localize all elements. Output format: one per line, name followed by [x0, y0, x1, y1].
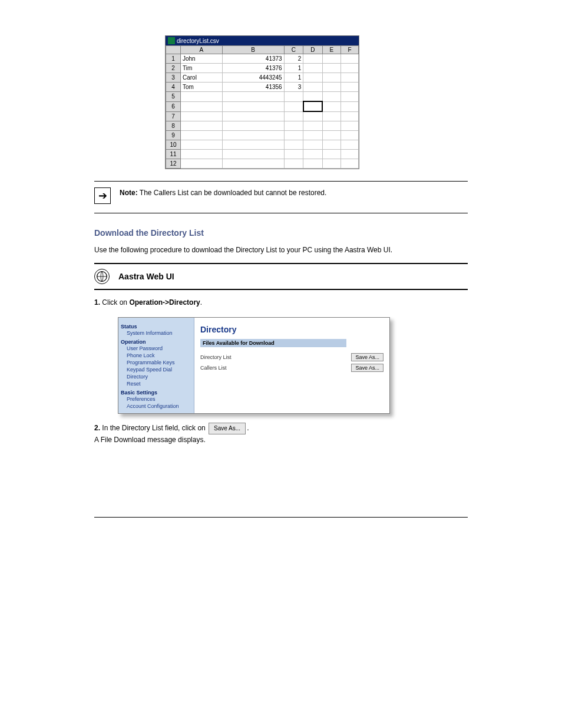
cell[interactable]	[340, 131, 358, 140]
cell[interactable]	[340, 150, 358, 159]
cell[interactable]	[284, 92, 303, 102]
cell[interactable]	[284, 111, 303, 121]
cell[interactable]	[181, 111, 223, 121]
row-number[interactable]: 10	[166, 140, 181, 150]
row-number[interactable]: 1	[166, 54, 181, 64]
cell[interactable]	[340, 159, 358, 169]
cell[interactable]	[340, 64, 358, 73]
cell[interactable]	[284, 159, 303, 169]
cell[interactable]	[322, 159, 340, 169]
cell[interactable]	[222, 131, 284, 140]
cell[interactable]	[181, 131, 223, 140]
cell[interactable]	[322, 83, 340, 92]
save-as-button[interactable]: Save As...	[351, 364, 384, 372]
col-header[interactable]: D	[303, 46, 323, 54]
sidebar-item-account[interactable]: Account Configuration	[121, 403, 191, 410]
sidebar-basic[interactable]: Basic Settings	[121, 390, 191, 396]
cell[interactable]	[340, 111, 358, 121]
cell[interactable]	[340, 140, 358, 150]
cell[interactable]	[303, 140, 323, 150]
cell[interactable]: 2	[284, 54, 303, 64]
cell[interactable]	[284, 131, 303, 140]
cell[interactable]	[284, 140, 303, 150]
cell[interactable]	[284, 150, 303, 159]
cell[interactable]	[303, 64, 323, 73]
col-header[interactable]: C	[284, 46, 303, 54]
cell[interactable]	[303, 111, 323, 121]
col-header[interactable]: E	[322, 46, 340, 54]
col-header[interactable]: B	[222, 46, 284, 54]
cell[interactable]: 1	[284, 73, 303, 83]
cell[interactable]	[322, 131, 340, 140]
cell[interactable]: 1	[284, 64, 303, 73]
sidebar-item-userpw[interactable]: User Password	[121, 345, 191, 352]
cell[interactable]: 41373	[222, 54, 284, 64]
cell[interactable]	[181, 121, 223, 131]
row-number[interactable]: 7	[166, 111, 181, 121]
cell[interactable]	[303, 131, 323, 140]
cell[interactable]	[322, 92, 340, 102]
row-number[interactable]: 5	[166, 92, 181, 102]
cell[interactable]	[181, 159, 223, 169]
sidebar-item-progkeys[interactable]: Programmable Keys	[121, 359, 191, 366]
cell[interactable]	[222, 92, 284, 102]
cell[interactable]	[303, 150, 323, 159]
cell[interactable]	[322, 73, 340, 83]
save-as-inline-button[interactable]: Save As...	[209, 423, 246, 434]
sidebar-item-reset[interactable]: Reset	[121, 380, 191, 387]
cell[interactable]	[303, 101, 323, 111]
cell[interactable]	[303, 73, 323, 83]
cell[interactable]	[340, 83, 358, 92]
sidebar-operation[interactable]: Operation	[121, 339, 191, 345]
cell[interactable]	[222, 140, 284, 150]
cell[interactable]	[322, 150, 340, 159]
cell[interactable]	[322, 54, 340, 64]
col-header[interactable]: A	[181, 46, 223, 54]
cell[interactable]	[181, 140, 223, 150]
sidebar-status[interactable]: Status	[121, 324, 191, 330]
cell[interactable]	[340, 73, 358, 83]
cell[interactable]	[284, 101, 303, 111]
cell[interactable]	[303, 92, 323, 102]
cell[interactable]	[340, 54, 358, 64]
cell[interactable]	[303, 54, 323, 64]
cell[interactable]	[181, 92, 223, 102]
cell[interactable]	[340, 121, 358, 131]
cell[interactable]	[284, 121, 303, 131]
cell[interactable]: 41376	[222, 64, 284, 73]
cell[interactable]: 4443245	[222, 73, 284, 83]
cell[interactable]	[222, 101, 284, 111]
row-number[interactable]: 12	[166, 159, 181, 169]
row-number[interactable]: 3	[166, 73, 181, 83]
sidebar-item-sysinfo[interactable]: System Information	[121, 330, 191, 337]
cell[interactable]	[322, 140, 340, 150]
row-number[interactable]: 9	[166, 131, 181, 140]
row-number[interactable]: 11	[166, 150, 181, 159]
cell[interactable]: Carol	[181, 73, 223, 83]
sidebar-item-phonelock[interactable]: Phone Lock	[121, 352, 191, 359]
cell[interactable]: John	[181, 54, 223, 64]
cell[interactable]	[303, 83, 323, 92]
cell[interactable]: Tim	[181, 64, 223, 73]
sidebar-item-speeddial[interactable]: Keypad Speed Dial	[121, 366, 191, 373]
cell[interactable]	[303, 159, 323, 169]
cell[interactable]: 41356	[222, 83, 284, 92]
cell[interactable]	[340, 101, 358, 111]
col-header[interactable]: F	[340, 46, 358, 54]
sidebar-item-directory[interactable]: Directory	[121, 373, 191, 380]
row-number[interactable]: 6	[166, 101, 181, 111]
cell[interactable]	[222, 121, 284, 131]
cell[interactable]	[322, 111, 340, 121]
row-number[interactable]: 4	[166, 83, 181, 92]
cell[interactable]	[322, 64, 340, 73]
cell[interactable]: Tom	[181, 83, 223, 92]
cell[interactable]	[222, 159, 284, 169]
cell[interactable]	[181, 150, 223, 159]
cell[interactable]	[222, 150, 284, 159]
save-as-button[interactable]: Save As...	[351, 353, 384, 361]
cell[interactable]: 3	[284, 83, 303, 92]
cell[interactable]	[181, 101, 223, 111]
sidebar-item-prefs[interactable]: Preferences	[121, 396, 191, 403]
cell[interactable]	[222, 111, 284, 121]
cell[interactable]	[340, 92, 358, 102]
